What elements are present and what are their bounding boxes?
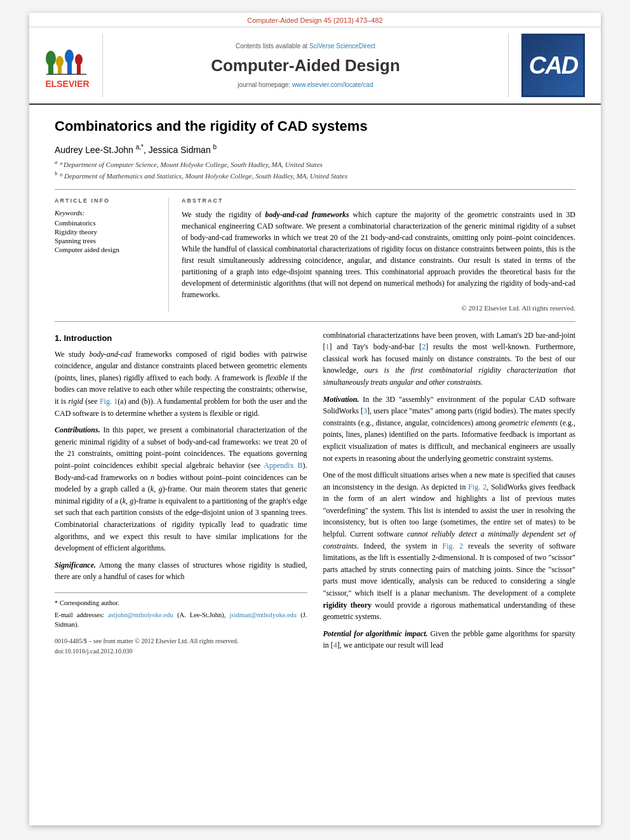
intro-para-3: Significance. Among the many classes of … — [55, 559, 307, 583]
footnotes-area: * Corresponding author. E-mail addresses… — [55, 592, 307, 656]
keyword-1: Combinatorics — [55, 219, 159, 227]
affiliations: a ᵃ Department of Computer Science, Moun… — [55, 158, 575, 181]
abstract-term-1: body-and-cad frameworks — [265, 210, 349, 219]
footer-issn: 0010-4485/$ – see front matter © 2012 El… — [55, 636, 307, 656]
copyright-line: © 2012 Elsevier Ltd. All rights reserved… — [182, 304, 575, 312]
cad-logo-box: CAD — [521, 34, 585, 97]
svg-point-3 — [56, 56, 64, 67]
journal-header: ELSEVIER Contents lists available at Sci… — [29, 27, 601, 105]
left-col: 1. Introduction We study body-and-cad fr… — [55, 330, 307, 657]
intro-section-title: 1. Introduction — [55, 332, 307, 345]
page: Computer-Aided Design 45 (2013) 473–482 — [29, 13, 601, 825]
motivation-label: Motivation. — [323, 395, 359, 404]
ref-1-link[interactable]: 1 — [326, 342, 330, 351]
contributions-label: Contributions. — [55, 425, 100, 434]
elsevier-tree-icon — [45, 43, 90, 77]
intro-para-1: We study body-and-cad frameworks compose… — [55, 349, 307, 420]
elsevier-logo: ELSEVIER — [45, 43, 90, 89]
abstract-col: ABSTRACT We study the rigidity of body-a… — [182, 197, 575, 312]
fig2-link[interactable]: Fig. 2 — [468, 483, 486, 491]
keyword-2: Rigidity theory — [55, 228, 159, 236]
potential-label: Potential for algorithmic impact. — [323, 629, 428, 638]
right-para-2: One of the most difficult situations ari… — [323, 469, 576, 623]
footnote-emails: E-mail addresses: astjohn@mtholyoke.edu … — [55, 610, 307, 630]
potential-para: Potential for algorithmic impact. Given … — [323, 628, 576, 651]
sciverse-line: Contents lists available at SciVerse Sci… — [236, 43, 375, 50]
keyword-4: Computer aided design — [55, 246, 159, 253]
ref-4-link[interactable]: 4 — [333, 641, 337, 650]
affil-sup-a: a,* — [136, 143, 144, 150]
journal-title: Computer-Aided Design — [211, 56, 400, 76]
attached-word: attached — [341, 565, 366, 574]
paper-content: Combinatorics and the rigidity of CAD sy… — [29, 105, 601, 676]
right-col: combinatorial characterizations have bee… — [323, 330, 576, 657]
body-columns: 1. Introduction We study body-and-cad fr… — [55, 330, 575, 657]
authors-line: Audrey Lee-St.John a,*, Jessica Sidman b — [55, 143, 575, 155]
journal-top-bar: Computer-Aided Design 45 (2013) 473–482 — [29, 13, 601, 27]
keyword-3: Spanning trees — [55, 237, 159, 244]
fig2-link-2[interactable]: Fig. 2 — [443, 542, 464, 550]
abstract-header: ABSTRACT — [182, 197, 575, 204]
cad-logo-text: CAD — [529, 52, 577, 79]
significance-label: Significance. — [55, 561, 96, 570]
appendix-b-link[interactable]: Appendix B — [264, 461, 302, 470]
svg-point-7 — [75, 54, 83, 65]
paper-title: Combinatorics and the rigidity of CAD sy… — [55, 117, 575, 136]
svg-point-5 — [65, 50, 74, 63]
elsevier-wordmark: ELSEVIER — [45, 79, 89, 89]
article-info-col: ARTICLE INFO Keywords: Combinatorics Rig… — [55, 197, 169, 312]
footnote-corresponding: * Corresponding author. — [55, 598, 307, 608]
svg-point-1 — [46, 51, 56, 66]
affiliation-a: a ᵃ Department of Computer Science, Moun… — [55, 158, 575, 170]
keywords-list: Combinatorics Rigidity theory Spanning t… — [55, 219, 159, 253]
divider-2 — [55, 321, 575, 322]
divider-1 — [55, 189, 575, 190]
intro-para-2: Contributions. In this paper, we present… — [55, 424, 307, 554]
homepage-link[interactable]: www.elsevier.com/locate/cad — [292, 81, 373, 88]
affil-sup-b: b — [213, 143, 217, 150]
elsevier-logo-area: ELSEVIER — [39, 34, 96, 97]
ref-2-link[interactable]: 2 — [422, 342, 426, 351]
motivation-para: Motivation. In the 3D "assembly" environ… — [323, 394, 576, 465]
keywords-label: Keywords: — [55, 209, 159, 217]
email-2-link[interactable]: jsidman@mtholyoke.edu — [230, 611, 297, 618]
email-1-link[interactable]: astjohn@mtholyoke.edu — [108, 611, 173, 618]
article-info-header: ARTICLE INFO — [55, 197, 159, 204]
affiliation-b: b ᵇ Department of Mathematics and Statis… — [55, 170, 575, 181]
ref-3-link[interactable]: 3 — [363, 406, 367, 415]
fig1-link[interactable]: Fig. 1 — [100, 397, 117, 406]
journal-citation: Computer-Aided Design 45 (2013) 473–482 — [247, 17, 382, 24]
cad-logo-area: CAD — [515, 34, 591, 97]
journal-header-center: Contents lists available at SciVerse Sci… — [102, 34, 509, 97]
sciverse-link[interactable]: SciVerse ScienceDirect — [309, 43, 375, 50]
info-abstract-row: ARTICLE INFO Keywords: Combinatorics Rig… — [55, 197, 575, 312]
homepage-line: journal homepage: www.elsevier.com/locat… — [238, 81, 373, 88]
right-para-1: combinatorial characterizations have bee… — [323, 330, 576, 389]
abstract-text: We study the rigidity of body-and-cad fr… — [182, 209, 575, 300]
